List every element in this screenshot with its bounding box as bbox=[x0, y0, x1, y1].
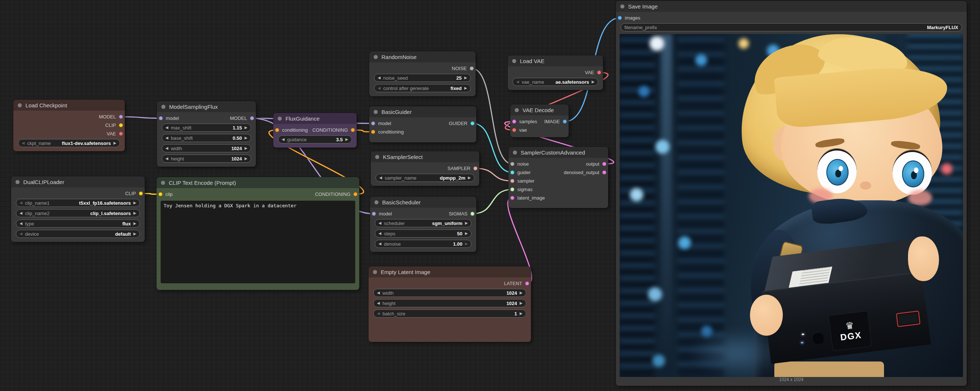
increment-arrow-icon[interactable]: ▶ bbox=[133, 211, 136, 215]
widget-ckpt-name[interactable]: ◀ckpt_nameflux1-dev.safetensors▶ bbox=[18, 139, 120, 147]
node-load-vae[interactable]: Load VAE VAE◀vae_nameae.safetensors▶ bbox=[508, 55, 603, 90]
increment-arrow-icon[interactable]: ▶ bbox=[245, 146, 247, 150]
node-ksampler-select[interactable]: KSamplerSelect SAMPLER◀sampler_namedpmpp… bbox=[371, 151, 479, 186]
node-vae-decode[interactable]: VAE Decode samplesIMAGEvae bbox=[510, 104, 569, 137]
output-port-sigmas[interactable] bbox=[471, 212, 474, 216]
increment-arrow-icon[interactable]: ▶ bbox=[133, 222, 136, 225]
prompt-textarea[interactable]: Toy Jensen holding a DGX Spark in a data… bbox=[161, 201, 355, 283]
increment-arrow-icon[interactable]: ▶ bbox=[245, 136, 247, 140]
widget-filename-prefix[interactable]: filename_prefixMarkuryFLUX bbox=[621, 23, 962, 32]
increment-arrow-icon[interactable]: ▶ bbox=[464, 76, 467, 80]
collapse-dot-icon[interactable] bbox=[512, 59, 516, 63]
widget-denoise[interactable]: ◀denoise1.00▶ bbox=[375, 240, 471, 248]
increment-arrow-icon[interactable]: ▶ bbox=[345, 138, 348, 141]
increment-arrow-icon[interactable]: ▶ bbox=[520, 291, 522, 295]
input-port-conditioning[interactable] bbox=[371, 130, 375, 134]
input-port-sigmas[interactable] bbox=[510, 187, 514, 192]
widget-height[interactable]: ◀height1024▶ bbox=[162, 155, 251, 163]
collapse-dot-icon[interactable] bbox=[161, 181, 165, 185]
collapse-dot-icon[interactable] bbox=[513, 150, 517, 155]
node-clip-text-encode[interactable]: CLIP Text Encode (Prompt) clipCONDITIONI… bbox=[157, 177, 359, 290]
decrement-arrow-icon[interactable]: ◀ bbox=[377, 291, 380, 295]
node-header[interactable]: Load Checkpoint bbox=[13, 100, 125, 111]
widget-clip-name2[interactable]: ◀clip_name2clip_l.safetensors▶ bbox=[16, 209, 140, 217]
widget-scheduler[interactable]: ◀schedulersgm_uniform▶ bbox=[375, 219, 471, 227]
decrement-arrow-icon[interactable]: ◀ bbox=[165, 136, 169, 140]
widget-steps[interactable]: ◀steps50▶ bbox=[375, 230, 471, 237]
collapse-dot-icon[interactable] bbox=[374, 55, 378, 59]
node-load-checkpoint[interactable]: Load Checkpoint MODELCLIPVAE◀ckpt_namefl… bbox=[13, 100, 125, 151]
output-port-clip[interactable] bbox=[139, 192, 143, 195]
decrement-arrow-icon[interactable]: ◀ bbox=[377, 312, 380, 315]
generated-image-preview[interactable]: ♛ DGX bbox=[620, 34, 963, 377]
node-header[interactable]: ModelSamplingFlux bbox=[157, 101, 256, 112]
node-header[interactable]: DualCLIPLoader bbox=[11, 176, 145, 187]
widget-control-after-generate[interactable]: ◀control after generatefixed▶ bbox=[374, 84, 471, 92]
increment-arrow-icon[interactable]: ▶ bbox=[113, 141, 116, 145]
node-flux-guidance[interactable]: FluxGuidance conditioningCONDITIONING◀gu… bbox=[273, 113, 357, 147]
widget-width[interactable]: ◀width1024▶ bbox=[373, 289, 526, 297]
decrement-arrow-icon[interactable]: ◀ bbox=[165, 146, 169, 150]
output-port-model[interactable] bbox=[250, 116, 254, 120]
input-port-noise[interactable] bbox=[510, 162, 514, 166]
node-header[interactable]: Load VAE bbox=[508, 55, 603, 66]
input-port-images[interactable] bbox=[618, 16, 622, 20]
node-header[interactable]: Save Image bbox=[616, 1, 967, 12]
collapse-dot-icon[interactable] bbox=[278, 117, 282, 120]
collapse-dot-icon[interactable] bbox=[373, 270, 377, 274]
increment-arrow-icon[interactable]: ▶ bbox=[465, 221, 468, 225]
output-port-denoised-output[interactable] bbox=[602, 170, 606, 174]
input-port-clip[interactable] bbox=[158, 192, 162, 196]
input-port-guider[interactable] bbox=[510, 170, 514, 174]
decrement-arrow-icon[interactable]: ◀ bbox=[22, 141, 25, 145]
widget-noise-seed[interactable]: ◀noise_seed25▶ bbox=[374, 74, 471, 82]
decrement-arrow-icon[interactable]: ◀ bbox=[516, 80, 519, 84]
node-header[interactable]: Empty Latent Image bbox=[369, 266, 531, 277]
node-random-noise[interactable]: RandomNoise NOISE◀noise_seed25▶◀control … bbox=[369, 51, 476, 96]
widget-guidance[interactable]: ◀guidance3.5▶ bbox=[278, 135, 352, 144]
decrement-arrow-icon[interactable]: ◀ bbox=[379, 242, 382, 246]
increment-arrow-icon[interactable]: ▶ bbox=[465, 242, 468, 246]
increment-arrow-icon[interactable]: ▶ bbox=[520, 301, 522, 305]
output-port-sampler[interactable] bbox=[473, 166, 477, 170]
decrement-arrow-icon[interactable]: ◀ bbox=[378, 86, 381, 90]
decrement-arrow-icon[interactable]: ◀ bbox=[19, 222, 22, 225]
output-port-conditioning[interactable] bbox=[351, 128, 355, 132]
output-port-vae[interactable] bbox=[597, 70, 601, 74]
node-header[interactable]: KSamplerSelect bbox=[371, 151, 479, 162]
widget-batch-size[interactable]: ◀batch_size1▶ bbox=[373, 309, 526, 318]
node-model-sampling-flux[interactable]: ModelSamplingFlux modelMODEL◀max_shift1.… bbox=[157, 101, 256, 167]
node-header[interactable]: FluxGuidance bbox=[273, 113, 357, 124]
node-graph-canvas[interactable]: Load Checkpoint MODELCLIPVAE◀ckpt_namefl… bbox=[0, 0, 980, 391]
input-port-model[interactable] bbox=[372, 212, 376, 216]
decrement-arrow-icon[interactable]: ◀ bbox=[19, 211, 22, 215]
increment-arrow-icon[interactable]: ▶ bbox=[465, 232, 468, 235]
output-port-clip[interactable] bbox=[119, 123, 123, 127]
input-port-model[interactable] bbox=[159, 116, 163, 120]
node-header[interactable]: SamplerCustomAdvanced bbox=[509, 147, 608, 158]
widget-clip-name1[interactable]: ◀clip_name1t5xxl_fp16.safetensors▶ bbox=[16, 199, 140, 207]
increment-arrow-icon[interactable]: ▶ bbox=[245, 126, 247, 130]
input-port-conditioning[interactable] bbox=[275, 128, 279, 132]
node-header[interactable]: BasicGuider bbox=[369, 106, 476, 117]
node-header[interactable]: RandomNoise bbox=[369, 51, 476, 62]
input-port-vae[interactable] bbox=[512, 128, 516, 132]
output-port-guider[interactable] bbox=[471, 121, 474, 125]
input-port-sampler[interactable] bbox=[510, 179, 514, 183]
increment-arrow-icon[interactable]: ▶ bbox=[245, 157, 247, 160]
input-port-model[interactable] bbox=[371, 121, 375, 125]
decrement-arrow-icon[interactable]: ◀ bbox=[19, 201, 22, 205]
collapse-dot-icon[interactable] bbox=[375, 155, 379, 159]
collapse-dot-icon[interactable] bbox=[374, 110, 378, 114]
node-header[interactable]: CLIP Text Encode (Prompt) bbox=[157, 177, 359, 188]
input-port-samples[interactable] bbox=[512, 120, 516, 123]
decrement-arrow-icon[interactable]: ◀ bbox=[377, 301, 380, 305]
increment-arrow-icon[interactable]: ▶ bbox=[133, 232, 136, 236]
node-header[interactable]: BasicScheduler bbox=[370, 196, 476, 208]
output-port-vae[interactable] bbox=[119, 132, 123, 136]
decrement-arrow-icon[interactable]: ◀ bbox=[165, 157, 169, 160]
increment-arrow-icon[interactable]: ▶ bbox=[468, 176, 471, 180]
increment-arrow-icon[interactable]: ▶ bbox=[592, 80, 595, 84]
decrement-arrow-icon[interactable]: ◀ bbox=[165, 126, 169, 130]
decrement-arrow-icon[interactable]: ◀ bbox=[19, 232, 22, 236]
